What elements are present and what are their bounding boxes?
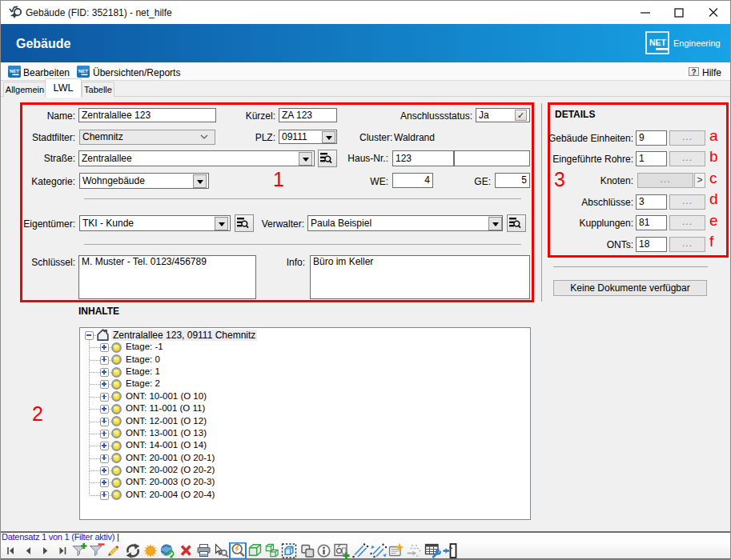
svg-text:Engineering: Engineering [673, 38, 721, 48]
svg-text:NET: NET [10, 69, 19, 74]
svg-text:NET: NET [78, 69, 88, 74]
svg-text:NET: NET [649, 38, 667, 47]
